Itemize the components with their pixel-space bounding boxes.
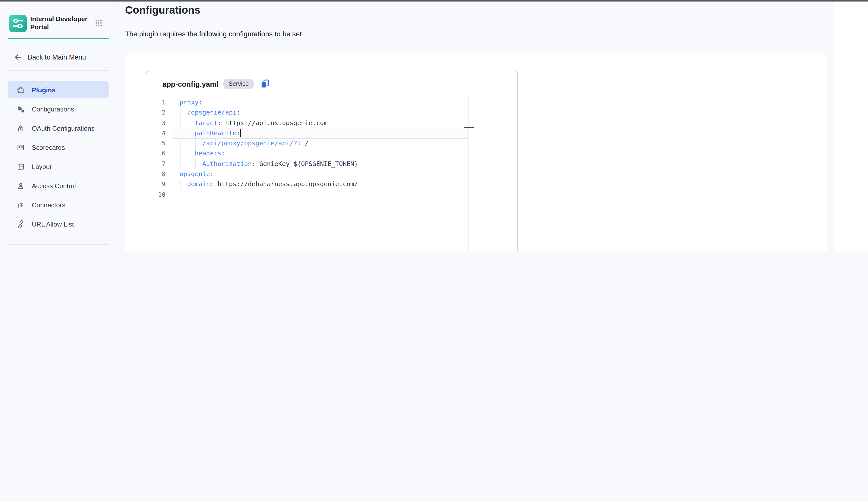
sidebar-item-configurations[interactable]: Configurations [8,100,109,117]
scorecard-icon [17,143,25,152]
code-line-6[interactable]: 6 headers: [146,148,517,159]
divider [8,70,109,71]
sidebar-item-label: OAuth Configurations [32,124,95,132]
arrow-left-icon [14,53,22,61]
code-line-1[interactable]: 1proxy: [146,98,517,108]
grid-apps-icon[interactable] [95,19,102,27]
code-text: pathRewrite: [179,128,241,139]
gears-icon [17,105,25,113]
layout-icon [17,162,25,171]
link-icon [17,220,25,228]
line-number: 10 [146,189,165,200]
puzzle-icon [17,85,25,94]
sidebar-nav: PluginsConfigurationsOAuth Configuration… [8,81,109,235]
sidebar-item-label: Configurations [32,105,74,113]
yaml-editor: app-config.yaml Service 1proxy:2 /opsgen… [146,71,518,251]
idp-logo-icon [9,14,27,32]
app-window: Internal Developer Portal Back to Main M… [0,0,868,251]
copy-icon[interactable] [260,79,270,89]
back-to-main-menu[interactable]: Back to Main Menu [8,50,109,64]
editor-ruler [468,96,468,251]
page-title: Configurations [125,4,200,16]
sidebar-item-label: Scorecards [32,144,65,151]
sidebar-item-oauth-configurations[interactable]: OAuth Configurations [8,120,109,137]
line-number: 2 [146,108,165,118]
code-line-3[interactable]: 3 target: https://api.us.opsgenie.com [146,118,517,128]
code-line-9[interactable]: 9 domain: https://debaharness.app.opsgen… [146,180,517,190]
editor-header: app-config.yaml Service [162,79,270,89]
sidebar-item-access-control[interactable]: Access Control [8,177,109,194]
sidebar-item-connectors[interactable]: Connectors [8,196,109,213]
code-text: target: https://api.us.opsgenie.com [179,118,328,128]
line-number: 8 [146,169,165,180]
code-text: /api/proxy/opsgenie/api/?: / [179,138,309,148]
sidebar-item-plugins[interactable]: Plugins [8,81,109,99]
back-label: Back to Main Menu [28,53,86,61]
connectors-icon [17,201,25,209]
brand-underline [8,38,109,39]
editor-filename: app-config.yaml [162,80,218,88]
divider [8,244,109,245]
line-number: 3 [146,118,165,128]
sidebar-item-label: Plugins [32,86,55,94]
code-line-7[interactable]: 7 Authorization: GenieKey ${OPSGENIE_TOK… [146,159,517,169]
sidebar-item-url-allow-list[interactable]: URL Allow List [8,215,109,233]
person-icon [17,181,25,190]
sidebar-item-label: Connectors [32,201,65,208]
line-number: 4 [146,128,165,139]
sidebar-item-layout[interactable]: Layout [8,158,109,175]
code-text: /opsgenie/api: [179,108,240,118]
code-text: proxy: [179,98,202,108]
code-line-10[interactable]: 10 [146,189,517,200]
code-line-2[interactable]: 2 /opsgenie/api: [146,108,517,118]
line-number: 1 [146,98,165,108]
line-number: 9 [146,180,165,190]
line-number: 5 [146,138,165,148]
code-text: headers: [179,148,225,159]
code-text: opsgenie: [179,169,214,180]
sidebar-item-label: URL Allow List [32,220,74,228]
code-line-5[interactable]: 5 /api/proxy/opsgenie/api/?: / [146,138,517,148]
code-text: domain: https://debaharness.app.opsgenie… [179,180,358,190]
text-cursor [240,129,241,137]
entity-type-badge: Service [224,79,254,89]
page-subtitle: The plugin requires the following config… [125,30,303,38]
sidebar: Internal Developer Portal Back to Main M… [0,1,117,251]
sidebar-item-label: Layout [32,163,51,170]
line-number: 6 [146,148,165,159]
sidebar-item-scorecards[interactable]: Scorecards [8,139,109,156]
right-rail [835,1,868,251]
code-body: 1proxy:2 /opsgenie/api:3 target: https:/… [146,98,517,200]
window-top-strip [0,0,868,1]
line-number: 7 [146,159,165,169]
lock-icon [17,124,25,132]
code-text: Authorization: GenieKey ${OPSGENIE_TOKEN… [179,159,358,169]
code-line-4[interactable]: 4 pathRewrite: [146,128,517,139]
sidebar-item-label: Access Control [32,182,76,189]
code-line-8[interactable]: 8opsgenie: [146,169,517,180]
brand-title: Internal Developer Portal [30,15,87,31]
